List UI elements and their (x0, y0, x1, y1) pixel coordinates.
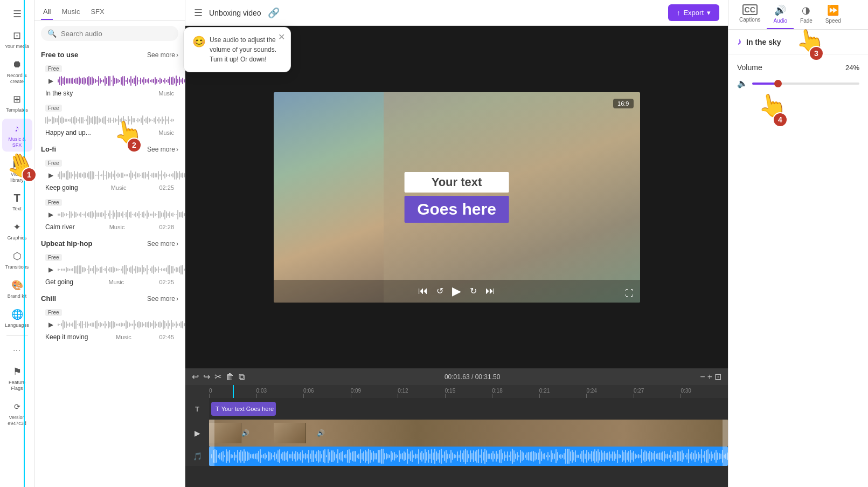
zoom-in-button[interactable]: + (707, 372, 712, 382)
tab-all[interactable]: All (41, 4, 53, 20)
delete-button[interactable]: 🗑 (226, 372, 234, 382)
tab-fade[interactable]: ◑ Fade (794, 0, 819, 29)
track-keep-going[interactable]: Free ▶ Keep going Music 02:25 (39, 156, 180, 195)
play-pause-button[interactable]: ▶ (452, 284, 461, 298)
text-track-block[interactable]: T Your text Goes here (211, 402, 276, 416)
track-name-5: Get going (45, 278, 73, 286)
track-waveform-get-going: ▶ (45, 262, 174, 277)
sidebar-item-video-library[interactable]: ▶ Videolibrary (2, 154, 32, 187)
sidebar-item-feature-flags[interactable]: ⚑ FeatureFlags (2, 362, 32, 395)
tooltip-close-button[interactable]: ✕ (278, 32, 285, 42)
export-button[interactable]: ↑ Export ▾ (668, 4, 719, 21)
see-more-chill[interactable]: See more › (147, 295, 178, 303)
track-duration-6: 02:45 (159, 334, 174, 340)
feature-flags-label: FeatureFlags (9, 380, 25, 392)
waveform-bars-2 (45, 114, 174, 127)
mute-button[interactable]: 🔈 (737, 78, 748, 88)
sidebar-item-brand-kit[interactable]: 🎨 Brand kit (2, 276, 32, 303)
sidebar-item-transitions[interactable]: ⬡ Transitions (2, 246, 32, 273)
hamburger-icon: ☰ (11, 8, 24, 20)
track-duration-4: 02:28 (159, 224, 174, 230)
tab-sfx[interactable]: SFX (88, 4, 106, 20)
track-waveform-calm-river: ▶ (45, 207, 174, 222)
track-free-badge-5: Free (45, 254, 62, 261)
redo-button[interactable]: ↪ (203, 372, 210, 382)
play-calm-river[interactable]: ▶ (45, 209, 56, 220)
tooltip-text: Use audio to adjust the volume of your s… (210, 35, 282, 64)
sidebar-item-your-media[interactable]: ⊡ Your media (2, 26, 32, 53)
zoom-out-button[interactable]: − (700, 372, 705, 382)
track-get-going[interactable]: Free ▶ Get going Music 02:25 (39, 251, 180, 289)
see-more-free-to-use[interactable]: See more › (147, 51, 178, 59)
section-lo-fi-title: Lo-fi (41, 145, 56, 153)
track-keep-it-moving[interactable]: Free ▶ Keep it moving Music 02:45 (39, 306, 180, 344)
templates-icon: ⊞ (11, 93, 24, 106)
your-media-icon: ⊡ (11, 29, 24, 42)
search-input[interactable] (61, 30, 172, 38)
version-icon: ⟳ (11, 400, 24, 413)
sidebar-item-languages[interactable]: 🌐 Languages (2, 305, 32, 332)
volume-slider-thumb[interactable] (774, 80, 782, 87)
track-happy-and-up[interactable]: Free Happy and up... Music (39, 101, 180, 140)
skip-start-button[interactable]: ⏮ (418, 285, 428, 297)
volume-slider-row: 🔈 (737, 78, 859, 88)
sidebar-item-music-sfx[interactable]: ♪ Music &SFX (2, 119, 32, 152)
tab-speed[interactable]: ⏩ Speed (819, 0, 848, 29)
audio-tabs: All Music SFX (34, 0, 185, 20)
rewind-button[interactable]: ↺ (436, 286, 443, 296)
volume-slider-track[interactable] (752, 83, 859, 85)
text-icon: T (11, 191, 24, 204)
play-get-going[interactable]: ▶ (45, 264, 56, 275)
tab-music[interactable]: Music (59, 4, 82, 20)
record-create-label: Record &create (7, 73, 27, 85)
audio-tab-label: Audio (773, 18, 787, 24)
sidebar-item-templates[interactable]: ⊞ Templates (2, 90, 32, 116)
section-upbeat-header: Upbeat hip-hop See more › (34, 235, 185, 250)
audio-resize-left[interactable] (209, 447, 214, 466)
track-free-badge-2: Free (45, 105, 62, 112)
sidebar-item-record-create[interactable]: ⏺ Record &create (2, 55, 32, 88)
forward-button[interactable]: ↻ (470, 286, 477, 296)
play-keep-moving[interactable]: ▶ (45, 319, 56, 330)
see-more-upbeat[interactable]: See more › (147, 240, 178, 248)
more-icon: ··· (11, 344, 24, 356)
volume-value: 24% (845, 64, 859, 72)
tab-captions[interactable]: CC Captions (733, 0, 767, 29)
track-meta-3: Keep going Music 02:25 (45, 184, 174, 191)
see-more-lo-fi[interactable]: See more › (147, 146, 178, 153)
text-track-label-text: Your text Goes here (221, 406, 274, 412)
sidebar-item-hamburger[interactable]: ☰ (2, 4, 32, 24)
audio-track-block[interactable] (209, 447, 728, 466)
video-resize-right[interactable] (723, 420, 728, 447)
video-resize-left[interactable] (209, 420, 214, 447)
captions-label: Captions (739, 17, 760, 23)
cut-button[interactable]: ✂ (214, 372, 221, 382)
search-bar[interactable]: 🔍 (41, 26, 178, 41)
play-keep-going[interactable]: ▶ (45, 170, 56, 181)
vol-icon-2: 🔊 (317, 429, 325, 437)
project-name: Unboxing video (209, 9, 261, 17)
track-calm-river[interactable]: Free ▶ Calm river Music 02:28 (39, 196, 180, 234)
track-in-the-sky[interactable]: Free ▶ In the sky Music (39, 62, 180, 100)
sidebar-item-graphics[interactable]: ✦ Graphics (2, 217, 32, 244)
sidebar-item-version[interactable]: ⟳ Versione947c3d (2, 397, 32, 430)
hamburger-button[interactable]: ☰ (194, 7, 203, 19)
track-waveform-keep-moving: ▶ (45, 317, 174, 332)
tab-audio[interactable]: 🔊 Audio (767, 0, 794, 29)
sidebar-item-text[interactable]: T Text (2, 188, 32, 215)
sidebar-item-more[interactable]: ··· (2, 340, 32, 360)
music-sfx-label: Music &SFX (8, 136, 25, 148)
video-library-icon: ▶ (11, 157, 24, 170)
audio-resize-right[interactable] (723, 447, 728, 466)
play-in-the-sky[interactable]: ▶ (45, 76, 56, 86)
text-label: Text (12, 206, 22, 212)
track-name-2: Happy and up... (45, 129, 91, 136)
fullscreen-button[interactable]: ⛶ (625, 289, 634, 298)
section-free-to-use-title: Free to use (41, 51, 78, 59)
fit-view-button[interactable]: ⊡ (714, 372, 721, 382)
skip-end-button[interactable]: ⏭ (485, 285, 495, 297)
track-type-6: Music (116, 334, 131, 340)
video-track-block[interactable]: 🔊 🔊 (209, 420, 728, 447)
undo-button[interactable]: ↩ (192, 372, 199, 382)
duplicate-button[interactable]: ⧉ (239, 372, 245, 382)
